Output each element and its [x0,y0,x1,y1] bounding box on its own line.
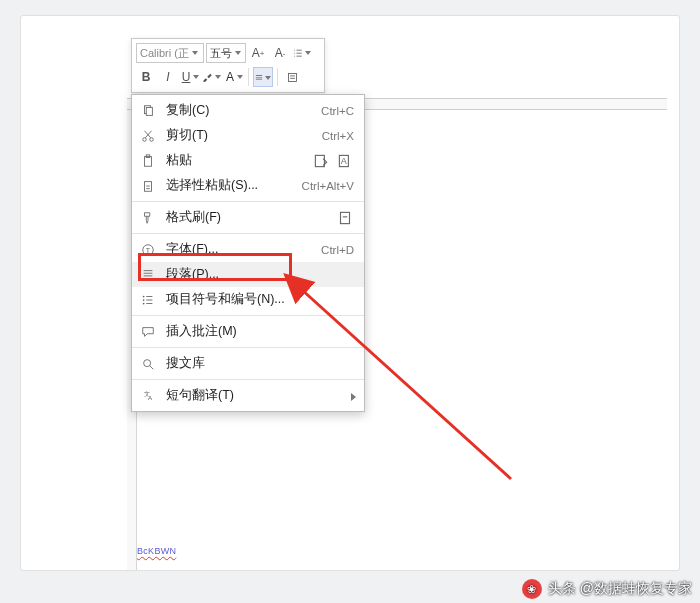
separator [277,68,278,86]
watermark-text: 头条 @数据蛙恢复专家 [548,580,692,598]
menu-bullets-numbering[interactable]: 项目符号和编号(N)... [132,287,364,312]
paste-option-keep-source-icon[interactable] [312,152,330,170]
print-layout-button[interactable] [282,67,302,87]
list-icon [292,47,304,60]
separator [132,201,364,202]
separator [248,68,249,86]
svg-point-14 [143,295,145,297]
document-mark-text: BcKBWN [137,546,176,556]
translate-icon: 文A [140,388,156,404]
label: 选择性粘贴(S)... [166,177,292,194]
highlight-button[interactable] [202,67,222,87]
menu-insert-comment[interactable]: 插入批注(M) [132,319,364,344]
format-painter-icon [140,210,156,226]
menu-font[interactable]: T 字体(F)... Ctrl+D [132,237,364,262]
print-icon [286,71,299,84]
underline-button[interactable]: U [180,67,200,87]
context-menu: 复制(C) Ctrl+C 剪切(T) Ctrl+X 粘贴 A 选择性粘贴(S).… [131,94,365,412]
shrink-font-button[interactable]: A- [270,43,290,63]
svg-text:A: A [341,156,347,166]
svg-point-3 [143,137,147,141]
svg-rect-11 [341,212,350,223]
italic-button[interactable]: I [158,67,178,87]
shortcut: Ctrl+D [321,244,354,256]
align-icon [254,71,264,84]
font-name-combo[interactable]: Calibri (正 [136,43,204,63]
svg-text:A: A [148,394,153,401]
menu-paragraph[interactable]: 段落(P)... [132,262,364,287]
font-size-combo[interactable]: 五号 [206,43,246,63]
paste-option-text-only-icon[interactable]: A [336,152,354,170]
paragraph-icon [140,267,156,283]
font-icon: T [140,242,156,258]
label: 格式刷(F) [166,209,326,226]
label: 复制(C) [166,102,311,119]
font-color-button[interactable]: A [224,67,244,87]
menu-translate[interactable]: 文A 短句翻译(T) [132,383,364,408]
search-icon [140,356,156,372]
align-button[interactable] [253,67,273,87]
menu-format-painter[interactable]: 格式刷(F) [132,205,364,230]
grow-font-button[interactable]: A+ [248,43,268,63]
shortcut: Ctrl+X [322,130,354,142]
label: 剪切(T) [166,127,312,144]
list-style-button[interactable] [292,43,312,63]
label: 粘贴 [166,152,302,169]
svg-rect-5 [145,156,152,166]
label: 段落(P)... [166,266,354,283]
separator [132,347,364,348]
separator [132,315,364,316]
svg-rect-0 [288,73,296,81]
highlight-icon [202,71,214,84]
watermark: ❀ 头条 @数据蛙恢复专家 [522,579,692,599]
label: 插入批注(M) [166,323,354,340]
menu-search-library[interactable]: 搜文库 [132,351,364,376]
label: 字体(F)... [166,241,311,258]
format-painter-extra-icon[interactable] [336,209,354,227]
mini-toolbar: Calibri (正 五号 A+ A- B I U A [131,38,325,93]
svg-point-16 [143,302,145,304]
bullets-icon [140,292,156,308]
menu-paste[interactable]: 粘贴 A [132,148,364,173]
shortcut: Ctrl+Alt+V [302,180,354,192]
svg-point-15 [143,299,145,301]
cut-icon [140,128,156,144]
shortcut: Ctrl+C [321,105,354,117]
menu-copy[interactable]: 复制(C) Ctrl+C [132,98,364,123]
separator [132,233,364,234]
label: 短句翻译(T) [166,387,354,404]
label: 搜文库 [166,355,354,372]
app-card: Calibri (正 五号 A+ A- B I U A [20,15,680,571]
menu-paste-special[interactable]: 选择性粘贴(S)... Ctrl+Alt+V [132,173,364,198]
svg-text:T: T [146,246,151,253]
comment-icon [140,324,156,340]
watermark-badge-icon: ❀ [522,579,542,599]
paste-icon [140,153,156,169]
menu-cut[interactable]: 剪切(T) Ctrl+X [132,123,364,148]
copy-icon [140,103,156,119]
paste-special-icon [140,178,156,194]
svg-rect-2 [146,107,152,115]
bold-button[interactable]: B [136,67,156,87]
svg-point-17 [144,359,151,366]
label: 项目符号和编号(N)... [166,291,354,308]
svg-point-4 [150,137,154,141]
separator [132,379,364,380]
